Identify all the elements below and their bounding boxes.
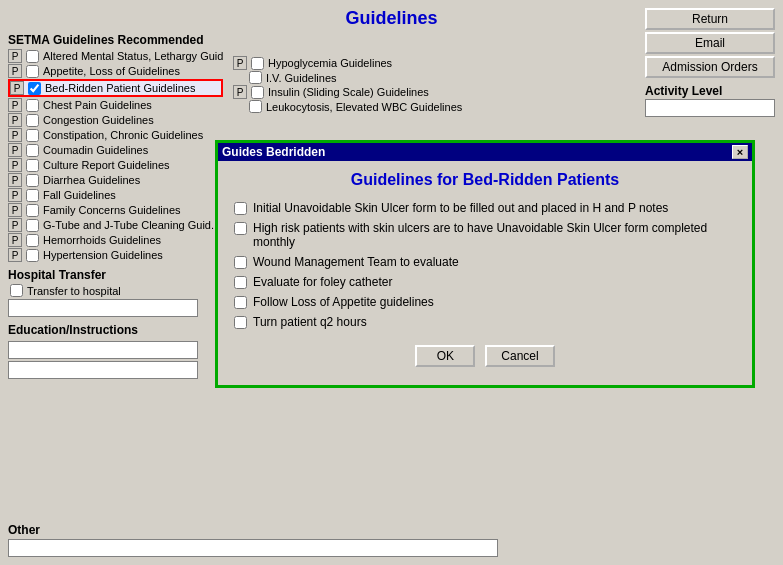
modal-item-3: Wound Management Team to evaluate (234, 255, 736, 269)
modal-close-button[interactable]: × (732, 145, 748, 159)
modal-body: Guidelines for Bed-Ridden Patients Initi… (218, 161, 752, 385)
modal-item-4: Evaluate for foley catheter (234, 275, 736, 289)
modal-footer: OK Cancel (234, 335, 736, 375)
modal-checkbox-5[interactable] (234, 296, 247, 309)
modal-checkbox-1[interactable] (234, 202, 247, 215)
modal-checkbox-4[interactable] (234, 276, 247, 289)
modal-item-6: Turn patient q2 hours (234, 315, 736, 329)
modal-checkbox-3[interactable] (234, 256, 247, 269)
modal-cancel-button[interactable]: Cancel (485, 345, 554, 367)
modal-titlebar: Guides Bedridden × (218, 143, 752, 161)
modal-overlay: Guides Bedridden × Guidelines for Bed-Ri… (0, 0, 783, 565)
modal-heading: Guidelines for Bed-Ridden Patients (234, 171, 736, 189)
modal-window: Guides Bedridden × Guidelines for Bed-Ri… (215, 140, 755, 388)
modal-item-label-5: Follow Loss of Appetite guidelines (253, 295, 434, 309)
modal-item-label-3: Wound Management Team to evaluate (253, 255, 459, 269)
modal-checkbox-2[interactable] (234, 222, 247, 235)
modal-item-2: High risk patients with skin ulcers are … (234, 221, 736, 249)
modal-item-label-4: Evaluate for foley catheter (253, 275, 392, 289)
modal-item-label-2: High risk patients with skin ulcers are … (253, 221, 736, 249)
modal-item-5: Follow Loss of Appetite guidelines (234, 295, 736, 309)
modal-item-label-6: Turn patient q2 hours (253, 315, 367, 329)
modal-checkbox-6[interactable] (234, 316, 247, 329)
modal-title-text: Guides Bedridden (222, 145, 325, 159)
modal-item-1: Initial Unavoidable Skin Ulcer form to b… (234, 201, 736, 215)
modal-ok-button[interactable]: OK (415, 345, 475, 367)
modal-item-label-1: Initial Unavoidable Skin Ulcer form to b… (253, 201, 668, 215)
